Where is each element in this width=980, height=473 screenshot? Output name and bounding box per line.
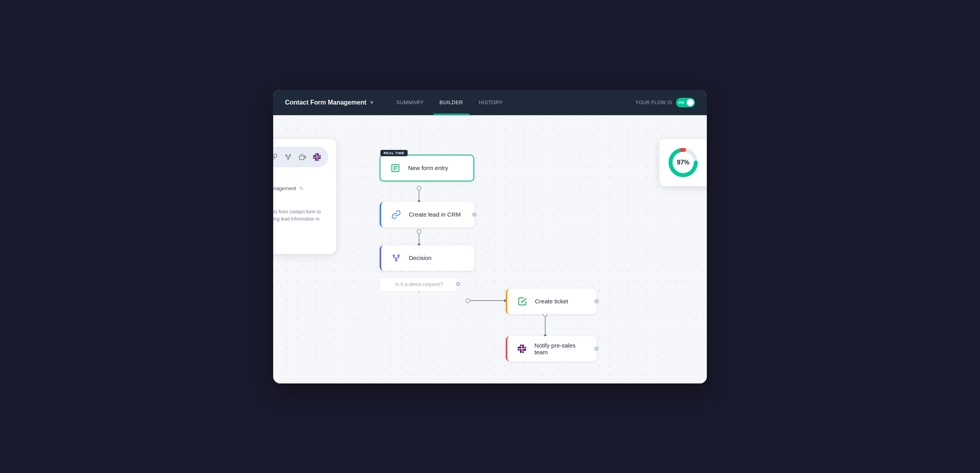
flow-status-label: YOUR FLOW IS (635, 100, 672, 105)
svg-point-21 (417, 230, 421, 234)
notify-node-wrapper: Notify pre-sales team (506, 336, 596, 361)
notify-icon (515, 342, 529, 356)
svg-point-36 (398, 255, 399, 256)
flow-svg (273, 115, 707, 383)
ticket-label: Create ticket (535, 298, 568, 305)
flow-name-value: Contact Form Management ✎ (273, 185, 328, 192)
trigger-label: New form entry (408, 165, 448, 171)
decision-icon (389, 251, 403, 265)
header-title[interactable]: Contact Form Management ▼ (285, 99, 374, 106)
canvas: Flow Name Contact Form Management ✎ Desc… (273, 115, 707, 383)
flow-status: YOUR FLOW IS ON (635, 98, 695, 107)
edit-flow-name-icon[interactable]: ✎ (299, 185, 304, 192)
decision-sub-node[interactable]: Is it a demo request? (380, 277, 458, 292)
tab-history[interactable]: HISTORY (473, 96, 509, 108)
svg-point-7 (288, 158, 289, 159)
main-container: Contact Form Management ▼ SUMMARY BUILDE… (273, 90, 707, 383)
panel-icons (273, 147, 328, 167)
description-label: Description (273, 200, 328, 205)
nav-tabs: SUMMARY BUILDER HISTORY (390, 96, 635, 108)
svg-point-9 (289, 155, 291, 156)
svg-point-8 (286, 155, 287, 156)
crm-node-dot (472, 213, 476, 217)
decision-node[interactable]: Decision (380, 245, 474, 271)
flow-toggle[interactable]: ON (676, 98, 695, 107)
crm-label: Create lead in CRM (409, 211, 461, 218)
panel-icon-link[interactable] (273, 151, 279, 163)
crm-node[interactable]: Create lead in CRM (380, 202, 474, 227)
panel-icon-slack[interactable] (312, 151, 322, 163)
decision-node-wrapper: Decision Is it a demo request? (380, 245, 474, 292)
svg-point-18 (417, 186, 421, 190)
ticket-icon (515, 294, 529, 308)
decision-sub-dot (456, 282, 460, 286)
notify-label: Notify pre-sales team (535, 342, 589, 355)
real-time-badge: REAL TIME (380, 150, 408, 156)
trigger-icon (388, 161, 402, 175)
trigger-node[interactable]: REAL TIME New form entry (380, 155, 474, 181)
decision-sub-label: Is it a demo request? (395, 281, 443, 287)
crm-icon (389, 208, 403, 222)
notify-node-dot (594, 347, 598, 351)
description-section: Description Send demo requests from cont… (273, 200, 328, 238)
header: Contact Form Management ▼ SUMMARY BUILDE… (273, 90, 707, 115)
decision-label: Decision (409, 254, 432, 261)
description-value: Send demo requests from contact form to … (273, 208, 328, 230)
stats-card: 97% Zoho Forms to Slack Created on Novem… (660, 139, 707, 186)
left-panel: Flow Name Contact Form Management ✎ Desc… (273, 139, 336, 254)
svg-point-25 (466, 299, 470, 303)
svg-point-34 (395, 260, 397, 261)
chevron-down-icon: ▼ (369, 100, 374, 105)
ticket-node[interactable]: Create ticket (506, 289, 596, 314)
donut-chart: 97% (667, 147, 699, 178)
notify-node[interactable]: Notify pre-sales team (506, 336, 596, 361)
crm-node-wrapper: Create lead in CRM (380, 202, 474, 227)
toggle-knob (687, 99, 694, 106)
svg-point-35 (393, 255, 395, 256)
toggle-label: ON (678, 101, 684, 105)
trigger-node-wrapper: REAL TIME New form entry (380, 155, 474, 181)
ticket-node-dot (594, 299, 598, 303)
tab-summary[interactable]: SUMMARY (390, 96, 430, 108)
flow-name-section: Flow Name Contact Form Management ✎ (273, 177, 328, 192)
tab-builder[interactable]: BUILDER (433, 96, 470, 108)
panel-icon-hand[interactable] (297, 151, 307, 163)
donut-percentage: 97% (677, 159, 689, 166)
flow-name-label: Flow Name (273, 177, 328, 182)
app-title: Contact Form Management (285, 99, 366, 106)
ticket-node-wrapper: Create ticket (506, 289, 596, 314)
panel-icon-branch[interactable] (283, 151, 293, 163)
edit-description-icon[interactable]: ✎ (273, 232, 328, 238)
